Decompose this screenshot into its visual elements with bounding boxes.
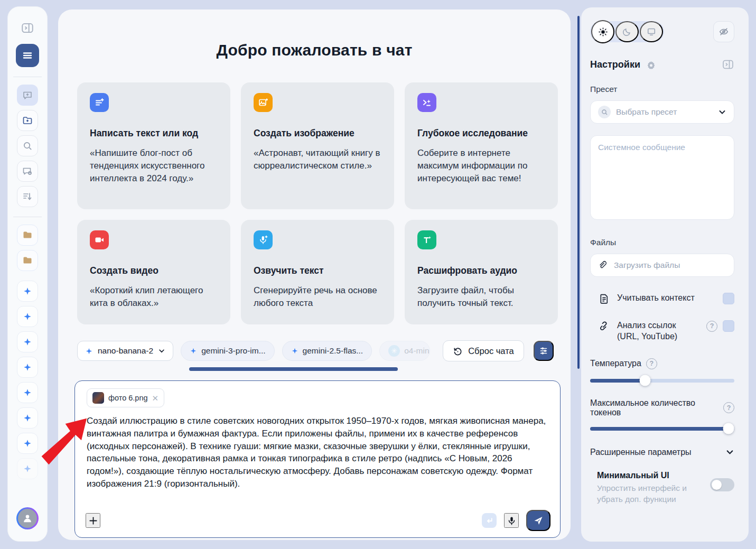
transcribe-sparkle-icon (417, 230, 436, 249)
help-icon[interactable]: ? (646, 358, 657, 369)
preferences-icon (539, 346, 548, 356)
close-icon[interactable]: ✕ (152, 394, 159, 402)
sparkle-icon (85, 347, 93, 355)
minimal-ui-label: Минимальный UI (597, 471, 689, 480)
user-avatar[interactable] (16, 507, 39, 529)
model-chip-label: o4-min (404, 346, 429, 356)
model-chip[interactable]: ✳ o4-min (379, 341, 430, 361)
chat-history-item[interactable] (17, 458, 38, 479)
max-tokens-slider[interactable] (590, 427, 734, 431)
card-create-video[interactable]: Создать видео «Короткий клип летающего к… (77, 220, 230, 324)
menu-button[interactable] (16, 44, 39, 67)
sort-button[interactable] (17, 186, 38, 207)
panel-resize-handle[interactable] (577, 16, 580, 369)
sparkle-icon (23, 388, 32, 397)
slider-thumb[interactable] (723, 423, 734, 434)
toggle-knob (712, 480, 722, 490)
sidebar-toggle-icon[interactable] (17, 17, 38, 39)
chat-history-item[interactable] (17, 357, 38, 378)
settings-title: Настройки (590, 59, 640, 70)
card-create-image[interactable]: Создать изображение «Астронавт, читающий… (241, 82, 394, 209)
add-attachment-button[interactable] (86, 513, 100, 528)
max-tokens-row: Максимальное количество токенов ? (590, 398, 734, 417)
theme-system-button[interactable] (640, 21, 663, 42)
card-title: Расшифровать аудио (417, 265, 545, 276)
chat-history-item[interactable] (17, 433, 38, 454)
reset-chat-button[interactable]: Сброс чата (443, 340, 524, 361)
minimal-ui-toggle[interactable] (710, 478, 734, 491)
sort-icon (22, 191, 33, 202)
sparkle-icon (23, 464, 32, 473)
advanced-params-toggle[interactable]: Расширенные параметры (590, 448, 734, 457)
prompt-text[interactable]: Создай иллюстрацию в стиле советских нов… (87, 415, 548, 490)
openai-icon: ✳ (388, 345, 400, 357)
card-desc: Загрузите файл, чтобы получить точный те… (417, 284, 545, 310)
new-folder-button[interactable] (17, 110, 38, 131)
search-icon (23, 141, 33, 151)
help-icon[interactable]: ? (723, 402, 734, 413)
slider-thumb[interactable] (639, 375, 650, 386)
chevron-down-icon (725, 448, 734, 457)
theme-light-button[interactable] (591, 20, 614, 43)
folder-item[interactable] (17, 225, 38, 246)
chevron-down-icon (718, 108, 726, 116)
card-desc: Соберите в интернете максимум информации… (417, 147, 545, 185)
model-chip[interactable]: gemini-3-pro-im... (181, 341, 274, 361)
settings-panel: Настройки Пресет Выбрать пресет Файлы За… (581, 7, 749, 542)
reset-icon (453, 346, 463, 356)
links-checkbox[interactable] (723, 320, 734, 332)
hide-panel-button[interactable] (713, 21, 734, 42)
card-desc: «Астронавт, читающий книгу в сюрреалисти… (254, 147, 381, 172)
attachment-chip[interactable]: фото 6.png ✕ (87, 388, 164, 407)
mic-plus-icon (254, 230, 273, 249)
card-desc: «Напишите блог-пост об тенденциях искусс… (90, 147, 218, 185)
theme-dark-button[interactable] (615, 21, 639, 42)
context-option-row: Учитывать контекст (590, 293, 734, 304)
send-button[interactable] (526, 510, 550, 531)
max-tokens-label: Максимальное количество токенов (590, 398, 718, 417)
chat-history-item[interactable] (17, 331, 38, 352)
app-window: Добро пожаловать в чат Написать текст ил… (0, 0, 756, 549)
card-voice-text[interactable]: Озвучить текст Сгенерируйте речь на осно… (241, 220, 394, 324)
model-preferences-button[interactable] (534, 341, 554, 361)
folder-item[interactable] (17, 250, 38, 271)
help-icon[interactable]: ? (706, 321, 717, 332)
preset-select[interactable]: Выбрать пресет (590, 100, 734, 124)
chat-history-item[interactable] (17, 281, 38, 302)
chips-scrollbar[interactable] (189, 367, 398, 371)
left-sidebar (7, 6, 48, 542)
composer-toolbar (86, 510, 550, 531)
theme-row (590, 21, 734, 42)
system-message-input[interactable] (590, 135, 734, 220)
context-checkbox[interactable] (723, 293, 734, 304)
sparkle-icon (23, 286, 32, 296)
card-title: Создать изображение (254, 128, 381, 139)
temperature-slider[interactable] (590, 379, 734, 383)
mic-button[interactable] (504, 513, 519, 528)
theme-switcher (590, 21, 664, 42)
card-deep-research[interactable]: Глубокое исследование Соберите в интерне… (405, 82, 558, 209)
card-desc: «Короткий клип летающего кита в облаках.… (90, 284, 218, 310)
model-select-value: nano-banana-2 (98, 346, 153, 356)
panel-collapse-icon[interactable] (722, 58, 734, 71)
message-composer[interactable]: фото 6.png ✕ Создай иллюстрацию в стиле … (74, 380, 561, 538)
folder-icon (22, 230, 33, 240)
model-chip[interactable]: gemini-2.5-flas... (282, 341, 372, 361)
gear-icon[interactable] (647, 60, 656, 69)
model-select[interactable]: nano-banana-2 (77, 341, 173, 361)
chat-settings-button[interactable] (17, 161, 38, 182)
links-option-row: Анализ ссылок (URL, YouTube) ? (590, 320, 734, 342)
sparkle-icon (291, 347, 298, 355)
search-button[interactable] (17, 135, 38, 156)
new-chat-button[interactable] (17, 85, 38, 106)
upload-files-button[interactable]: Загрузить файлы (590, 254, 734, 277)
chat-history-item[interactable] (17, 382, 38, 403)
chat-history-item[interactable] (17, 306, 38, 327)
context-label: Учитывать контекст (617, 293, 695, 304)
card-transcribe-audio[interactable]: Расшифровать аудио Загрузите файл, чтобы… (405, 220, 558, 324)
chat-history-item[interactable] (17, 407, 38, 429)
folder-icon (22, 255, 33, 266)
preset-placeholder: Выбрать пресет (616, 107, 677, 117)
card-write-text[interactable]: Написать текст или код «Напишите блог-по… (77, 82, 230, 209)
monitor-icon (647, 27, 656, 36)
